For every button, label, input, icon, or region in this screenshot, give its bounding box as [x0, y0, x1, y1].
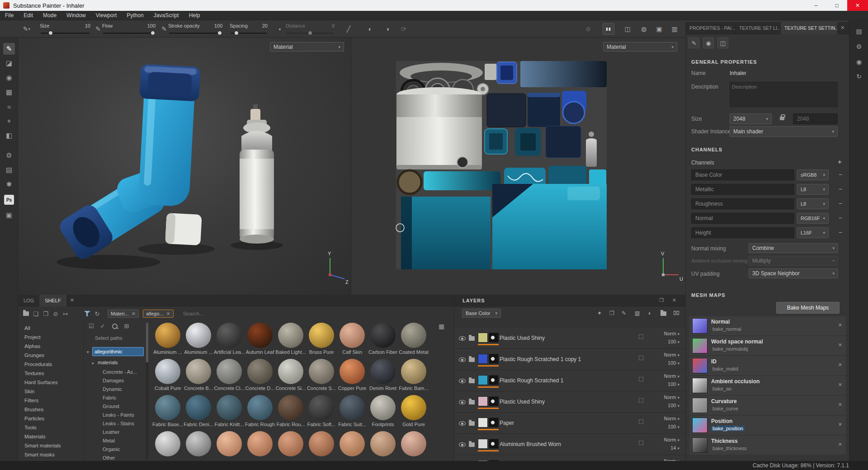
- category-item[interactable]: Materials: [24, 432, 82, 441]
- category-item[interactable]: Project: [24, 333, 82, 342]
- flow-value[interactable]: 100: [147, 23, 156, 28]
- eraser-tool-icon[interactable]: ◪: [3, 57, 15, 69]
- select-all-icon[interactable]: ☑: [89, 323, 94, 329]
- layer-thumbnail[interactable]: [478, 354, 488, 364]
- opacity-dropdown[interactable]: 14 ▾: [670, 445, 679, 451]
- search-icon[interactable]: [112, 323, 118, 329]
- category-item[interactable]: Brushes: [24, 405, 82, 414]
- description-field[interactable]: [730, 82, 838, 107]
- material-item[interactable]: Coated Metal: [398, 323, 429, 359]
- material-item[interactable]: Copper Pure: [337, 359, 368, 395]
- tab-log[interactable]: LOG: [18, 295, 39, 306]
- material-item[interactable]: [368, 431, 398, 461]
- category-item[interactable]: Hard Surfaces: [24, 378, 82, 387]
- layer-thumbnail[interactable]: [478, 333, 488, 343]
- mesh-map-filename[interactable]: bake_normalobj: [711, 346, 749, 352]
- passthrough-toggle[interactable]: [639, 398, 643, 403]
- paint-properties-icon[interactable]: ✎: [689, 38, 699, 48]
- material-item[interactable]: Fabric Deni...: [183, 395, 214, 431]
- layer-row[interactable]: Plastic Rough Scratched 1 Norm ▾ 100 ▾: [454, 370, 685, 391]
- add-effect-icon[interactable]: ✦: [597, 310, 602, 316]
- spacing-value[interactable]: 20: [262, 23, 268, 28]
- maximize-button[interactable]: □: [826, 0, 847, 11]
- add-fill-layer-icon[interactable]: ▧: [635, 310, 640, 316]
- chevron-down-icon[interactable]: ▾: [92, 361, 94, 366]
- polygon-fill-tool-icon[interactable]: ▦: [3, 86, 15, 98]
- category-item[interactable]: Tools: [24, 423, 82, 432]
- menu-item[interactable]: Viewport: [91, 11, 122, 20]
- smudge-tool-icon[interactable]: ≈: [3, 101, 15, 113]
- menu-item[interactable]: Python: [122, 11, 148, 20]
- visibility-eye-icon[interactable]: [459, 379, 466, 383]
- material-item[interactable]: Concrete B...: [183, 359, 214, 395]
- channel-format-dropdown[interactable]: RGB16F▾: [797, 213, 829, 224]
- particles-icon[interactable]: ✱: [3, 179, 15, 190]
- refresh-icon[interactable]: ↻: [92, 310, 102, 317]
- layer-mask-thumbnail[interactable]: [489, 439, 499, 449]
- filter-chip[interactable]: allego...✕: [143, 310, 174, 318]
- viewport-3d[interactable]: Y Z Material▾: [18, 38, 351, 295]
- layer-row[interactable]: Aluminium Brushed Worn Norm ▾ 14 ▾: [454, 434, 685, 455]
- menu-item[interactable]: JavaScript: [149, 11, 184, 20]
- material-item[interactable]: Cobalt Pure: [152, 359, 183, 395]
- tree-scrollbar[interactable]: [146, 323, 148, 459]
- shading-left-icon[interactable]: ◐: [364, 23, 376, 35]
- chevron-down-icon[interactable]: ▾: [87, 350, 89, 354]
- material-item[interactable]: Gold Pure: [398, 395, 429, 431]
- layer-mask-thumbnail[interactable]: [489, 418, 499, 428]
- path-rename-input[interactable]: [92, 347, 144, 356]
- material-item[interactable]: Carbon Fiber: [368, 323, 398, 359]
- material-item[interactable]: Baked Light...: [275, 323, 306, 359]
- add-paint-layer-icon[interactable]: ✎: [622, 310, 626, 316]
- display-settings-icon[interactable]: ▤: [854, 26, 864, 37]
- search-input[interactable]: [183, 311, 237, 316]
- shader-instance-dropdown[interactable]: Main shader▾: [730, 126, 838, 137]
- passthrough-toggle[interactable]: [639, 441, 643, 445]
- mesh-map-item[interactable]: Normal bake_normal ✕: [689, 316, 846, 335]
- material-item[interactable]: Brass Pure: [306, 323, 337, 359]
- material-item[interactable]: Fabric Knitt...: [214, 395, 245, 431]
- material-item[interactable]: Concrete S...: [306, 359, 337, 395]
- tab-shelf[interactable]: SHELF: [39, 295, 66, 306]
- tree-branch-materials[interactable]: materials: [98, 360, 118, 365]
- passthrough-toggle[interactable]: [639, 377, 643, 381]
- material-item[interactable]: Autumn Leaf: [245, 323, 275, 359]
- clear-mesh-map-icon[interactable]: ✕: [838, 322, 842, 328]
- blend-mode-dropdown[interactable]: Norm ▾: [664, 416, 679, 421]
- channel-format-dropdown[interactable]: L8▾: [797, 184, 829, 195]
- add-group-icon[interactable]: [660, 311, 666, 317]
- layer-thumbnail[interactable]: [478, 418, 488, 428]
- material-properties-icon[interactable]: ◉: [703, 38, 714, 48]
- close-icon[interactable]: ✕: [70, 297, 74, 303]
- layer-name[interactable]: Plastic Used Shiny: [500, 335, 545, 341]
- tree-item[interactable]: Leather: [103, 428, 137, 437]
- tree-item[interactable]: Organic: [103, 445, 137, 454]
- category-item[interactable]: Grunges: [24, 351, 82, 360]
- passthrough-toggle[interactable]: [639, 334, 643, 339]
- category-item[interactable]: Particles: [24, 414, 82, 423]
- duplicate-layer-icon[interactable]: ❐: [609, 310, 614, 316]
- tab-texture-set-settings[interactable]: TEXTURE SET SETTIN...: [781, 22, 838, 34]
- material-item[interactable]: Footprints: [368, 395, 398, 431]
- passthrough-toggle[interactable]: [639, 419, 643, 424]
- opacity-dropdown[interactable]: 100 ▾: [668, 381, 679, 387]
- photoshop-badge-icon[interactable]: Ps: [4, 195, 14, 205]
- grid-view-icon[interactable]: ▦: [439, 323, 444, 330]
- tree-item[interactable]: Fabric: [103, 394, 137, 402]
- plugin-icon[interactable]: ▣: [3, 209, 15, 221]
- material-item[interactable]: Calf Skin: [337, 323, 368, 359]
- opacity-dropdown[interactable]: 100 ▾: [668, 424, 679, 429]
- material-item[interactable]: Fabric Base...: [152, 395, 183, 431]
- shader-settings-icon[interactable]: ◉: [854, 56, 864, 67]
- add-path-icon[interactable]: ⊞: [124, 323, 129, 329]
- size-value[interactable]: 10: [85, 23, 90, 28]
- tree-item[interactable]: Damages: [103, 376, 137, 385]
- layer-thumbnail[interactable]: [478, 375, 488, 385]
- size-dropdown[interactable]: 2048▾: [730, 113, 772, 124]
- category-item[interactable]: Filters: [24, 396, 82, 405]
- tab-texture-set-list[interactable]: TEXTURE SET LI...: [736, 22, 781, 34]
- geometry-mask-icon[interactable]: ▤: [3, 164, 15, 176]
- visibility-eye-icon[interactable]: [459, 421, 466, 426]
- history-icon[interactable]: ↻: [854, 71, 864, 82]
- mesh-map-item[interactable]: ID bake_matid ✕: [689, 356, 846, 375]
